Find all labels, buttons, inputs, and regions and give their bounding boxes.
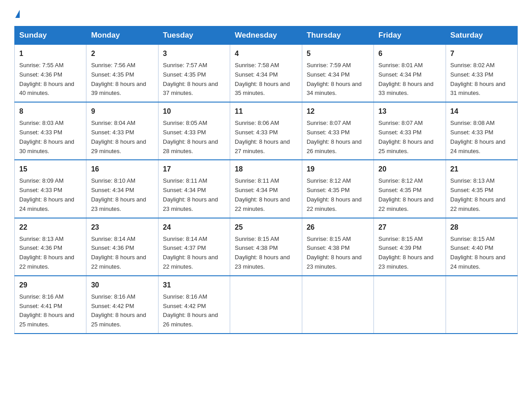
day-info: Sunrise: 8:02 AMSunset: 4:33 PMDaylight:… — [450, 61, 513, 98]
calendar-week-2: 8 Sunrise: 8:03 AMSunset: 4:33 PMDayligh… — [15, 102, 518, 160]
day-info: Sunrise: 8:09 AMSunset: 4:33 PMDaylight:… — [19, 176, 82, 214]
day-number: 6 — [378, 48, 441, 59]
day-number: 23 — [91, 222, 153, 233]
header-row: SundayMondayTuesdayWednesdayThursdayFrid… — [15, 26, 518, 45]
header-day-saturday: Saturday — [446, 26, 517, 45]
calendar-cell: 1 Sunrise: 7:55 AMSunset: 4:36 PMDayligh… — [15, 45, 86, 103]
calendar-cell: 3 Sunrise: 7:57 AMSunset: 4:35 PMDayligh… — [158, 45, 230, 103]
calendar-cell: 22 Sunrise: 8:13 AMSunset: 4:36 PMDaylig… — [15, 218, 86, 276]
day-info: Sunrise: 7:57 AMSunset: 4:35 PMDaylight:… — [163, 61, 225, 98]
day-info: Sunrise: 8:12 AMSunset: 4:35 PMDaylight:… — [307, 176, 369, 214]
header-day-sunday: Sunday — [15, 26, 86, 45]
day-number: 7 — [450, 48, 513, 59]
day-info: Sunrise: 8:07 AMSunset: 4:33 PMDaylight:… — [378, 119, 441, 156]
day-info: Sunrise: 8:15 AMSunset: 4:38 PMDaylight:… — [235, 235, 297, 272]
calendar-cell: 25 Sunrise: 8:15 AMSunset: 4:38 PMDaylig… — [230, 218, 302, 276]
logo-triangle-icon — [15, 10, 20, 18]
calendar-cell: 4 Sunrise: 7:58 AMSunset: 4:34 PMDayligh… — [230, 45, 302, 103]
calendar-body: 1 Sunrise: 7:55 AMSunset: 4:36 PMDayligh… — [15, 45, 518, 334]
calendar-cell: 13 Sunrise: 8:07 AMSunset: 4:33 PMDaylig… — [374, 102, 446, 160]
calendar-cell: 18 Sunrise: 8:11 AMSunset: 4:34 PMDaylig… — [230, 160, 302, 218]
calendar-cell: 17 Sunrise: 8:11 AMSunset: 4:34 PMDaylig… — [158, 160, 230, 218]
day-number: 12 — [307, 106, 369, 117]
calendar-cell: 30 Sunrise: 8:16 AMSunset: 4:42 PMDaylig… — [86, 276, 158, 334]
calendar-week-5: 29 Sunrise: 8:16 AMSunset: 4:41 PMDaylig… — [15, 276, 518, 334]
calendar-cell: 27 Sunrise: 8:15 AMSunset: 4:39 PMDaylig… — [374, 218, 446, 276]
day-info: Sunrise: 8:13 AMSunset: 4:35 PMDaylight:… — [450, 176, 513, 214]
calendar-cell: 10 Sunrise: 8:05 AMSunset: 4:33 PMDaylig… — [158, 102, 230, 160]
logo — [14, 11, 20, 19]
calendar-cell: 11 Sunrise: 8:06 AMSunset: 4:33 PMDaylig… — [230, 102, 302, 160]
day-number: 24 — [163, 222, 225, 233]
header-day-wednesday: Wednesday — [230, 26, 302, 45]
calendar-cell — [446, 276, 517, 334]
day-number: 10 — [163, 106, 225, 117]
header-day-tuesday: Tuesday — [158, 26, 230, 45]
day-info: Sunrise: 8:12 AMSunset: 4:35 PMDaylight:… — [378, 176, 441, 214]
day-info: Sunrise: 7:55 AMSunset: 4:36 PMDaylight:… — [19, 61, 82, 98]
header-day-friday: Friday — [374, 26, 446, 45]
calendar-cell: 19 Sunrise: 8:12 AMSunset: 4:35 PMDaylig… — [302, 160, 373, 218]
day-info: Sunrise: 8:13 AMSunset: 4:36 PMDaylight:… — [19, 235, 82, 272]
day-number: 1 — [19, 48, 82, 59]
calendar-table: SundayMondayTuesdayWednesdayThursdayFrid… — [14, 26, 518, 334]
day-number: 2 — [91, 48, 153, 59]
day-number: 31 — [163, 280, 225, 291]
day-info: Sunrise: 8:16 AMSunset: 4:42 PMDaylight:… — [163, 292, 225, 330]
day-number: 26 — [307, 222, 369, 233]
header-day-monday: Monday — [86, 26, 158, 45]
day-info: Sunrise: 8:14 AMSunset: 4:37 PMDaylight:… — [163, 235, 225, 272]
calendar-cell: 29 Sunrise: 8:16 AMSunset: 4:41 PMDaylig… — [15, 276, 86, 334]
calendar-cell: 14 Sunrise: 8:08 AMSunset: 4:33 PMDaylig… — [446, 102, 517, 160]
calendar-cell: 16 Sunrise: 8:10 AMSunset: 4:34 PMDaylig… — [86, 160, 158, 218]
day-number: 30 — [91, 280, 153, 291]
day-number: 5 — [307, 48, 369, 59]
calendar-cell: 26 Sunrise: 8:15 AMSunset: 4:38 PMDaylig… — [302, 218, 373, 276]
calendar-cell: 9 Sunrise: 8:04 AMSunset: 4:33 PMDayligh… — [86, 102, 158, 160]
day-info: Sunrise: 8:11 AMSunset: 4:34 PMDaylight:… — [163, 176, 225, 214]
calendar-cell: 28 Sunrise: 8:15 AMSunset: 4:40 PMDaylig… — [446, 218, 517, 276]
day-number: 27 — [378, 222, 441, 233]
day-info: Sunrise: 8:16 AMSunset: 4:42 PMDaylight:… — [91, 292, 153, 330]
calendar-cell: 12 Sunrise: 8:07 AMSunset: 4:33 PMDaylig… — [302, 102, 373, 160]
calendar-cell: 7 Sunrise: 8:02 AMSunset: 4:33 PMDayligh… — [446, 45, 517, 103]
day-number: 3 — [163, 48, 225, 59]
day-info: Sunrise: 7:56 AMSunset: 4:35 PMDaylight:… — [91, 61, 153, 98]
calendar-week-3: 15 Sunrise: 8:09 AMSunset: 4:33 PMDaylig… — [15, 160, 518, 218]
day-number: 28 — [450, 222, 513, 233]
day-info: Sunrise: 8:15 AMSunset: 4:38 PMDaylight:… — [307, 235, 369, 272]
calendar-header: SundayMondayTuesdayWednesdayThursdayFrid… — [15, 26, 518, 45]
day-number: 4 — [235, 48, 297, 59]
day-info: Sunrise: 8:15 AMSunset: 4:40 PMDaylight:… — [450, 235, 513, 272]
calendar-cell: 23 Sunrise: 8:14 AMSunset: 4:36 PMDaylig… — [86, 218, 158, 276]
page-header — [14, 11, 518, 19]
day-info: Sunrise: 8:15 AMSunset: 4:39 PMDaylight:… — [378, 235, 441, 272]
day-number: 16 — [91, 164, 153, 175]
calendar-cell — [230, 276, 302, 334]
calendar-cell — [302, 276, 373, 334]
calendar-cell: 6 Sunrise: 8:01 AMSunset: 4:34 PMDayligh… — [374, 45, 446, 103]
day-info: Sunrise: 8:08 AMSunset: 4:33 PMDaylight:… — [450, 119, 513, 156]
calendar-cell: 8 Sunrise: 8:03 AMSunset: 4:33 PMDayligh… — [15, 102, 86, 160]
calendar-cell: 2 Sunrise: 7:56 AMSunset: 4:35 PMDayligh… — [86, 45, 158, 103]
day-number: 21 — [450, 164, 513, 175]
calendar-cell: 24 Sunrise: 8:14 AMSunset: 4:37 PMDaylig… — [158, 218, 230, 276]
calendar-week-1: 1 Sunrise: 7:55 AMSunset: 4:36 PMDayligh… — [15, 45, 518, 103]
calendar-cell: 15 Sunrise: 8:09 AMSunset: 4:33 PMDaylig… — [15, 160, 86, 218]
day-info: Sunrise: 8:14 AMSunset: 4:36 PMDaylight:… — [91, 235, 153, 272]
header-day-thursday: Thursday — [302, 26, 373, 45]
day-info: Sunrise: 8:04 AMSunset: 4:33 PMDaylight:… — [91, 119, 153, 156]
calendar-cell: 5 Sunrise: 7:59 AMSunset: 4:34 PMDayligh… — [302, 45, 373, 103]
day-number: 17 — [163, 164, 225, 175]
calendar-week-4: 22 Sunrise: 8:13 AMSunset: 4:36 PMDaylig… — [15, 218, 518, 276]
day-number: 15 — [19, 164, 82, 175]
day-number: 8 — [19, 106, 82, 117]
day-info: Sunrise: 8:10 AMSunset: 4:34 PMDaylight:… — [91, 176, 153, 214]
day-info: Sunrise: 7:58 AMSunset: 4:34 PMDaylight:… — [235, 61, 297, 98]
day-number: 9 — [91, 106, 153, 117]
day-info: Sunrise: 8:06 AMSunset: 4:33 PMDaylight:… — [235, 119, 297, 156]
day-info: Sunrise: 8:03 AMSunset: 4:33 PMDaylight:… — [19, 119, 82, 156]
calendar-cell: 20 Sunrise: 8:12 AMSunset: 4:35 PMDaylig… — [374, 160, 446, 218]
day-info: Sunrise: 8:11 AMSunset: 4:34 PMDaylight:… — [235, 176, 297, 214]
day-info: Sunrise: 8:01 AMSunset: 4:34 PMDaylight:… — [378, 61, 441, 98]
